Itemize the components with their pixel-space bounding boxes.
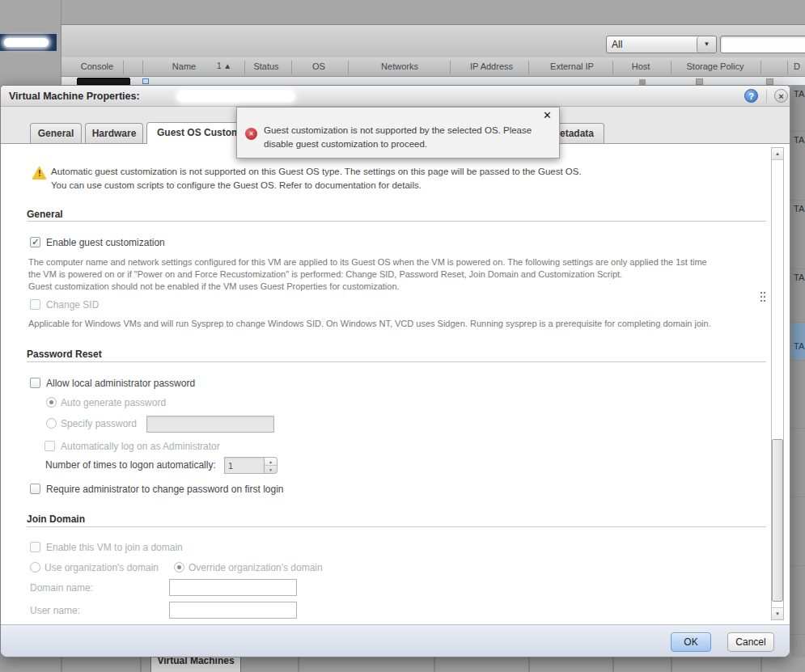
header-separator xyxy=(761,61,761,74)
help-icon[interactable]: ? xyxy=(744,89,758,103)
dialog-titlebar[interactable]: Virtual Machine Properties: ? × xyxy=(1,86,790,107)
scroll-down-icon[interactable]: ▼ xyxy=(772,607,783,619)
col-ip-address[interactable]: IP Address xyxy=(453,61,530,71)
resize-grip-icon[interactable] xyxy=(761,292,768,303)
user-name-input xyxy=(169,602,297,619)
col-name-sort-indicator[interactable]: 1 ▲ xyxy=(209,61,239,70)
selected-table-row[interactable]: TA xyxy=(791,323,805,359)
col-os[interactable]: OS xyxy=(298,61,340,71)
logon-times-label: Number of times to logon automatically: xyxy=(45,459,216,471)
storage-icon xyxy=(696,78,703,85)
header-separator xyxy=(348,61,349,74)
section-divider xyxy=(27,221,766,222)
stepper-down-icon: ▼ xyxy=(265,466,277,474)
header-separator xyxy=(787,61,788,74)
require-password-change-label: Require administrator to change password… xyxy=(46,484,283,495)
dialog-scrollbar[interactable]: ▲ ▼ xyxy=(771,147,784,620)
table-row[interactable] xyxy=(61,77,805,85)
dialog-content: Automatic guest customization is not sup… xyxy=(1,144,790,626)
col-console[interactable]: Console xyxy=(65,61,129,71)
col-storage-policy[interactable]: Storage Policy xyxy=(672,61,759,71)
domain-name-label: Domain name: xyxy=(30,582,93,594)
header-separator xyxy=(142,61,143,74)
logon-times-input xyxy=(224,457,265,474)
col-networks[interactable]: Networks xyxy=(352,61,447,71)
ok-button[interactable]: OK xyxy=(671,632,711,652)
specify-password-input xyxy=(146,416,274,433)
close-icon[interactable]: × xyxy=(774,89,788,103)
column-separator xyxy=(528,657,530,672)
header-separator xyxy=(123,61,124,74)
use-org-domain-radio xyxy=(30,562,40,573)
allow-local-admin-password-checkbox[interactable] xyxy=(30,378,40,388)
tab-underline xyxy=(61,24,805,25)
col-status[interactable]: Status xyxy=(243,61,290,71)
error-tooltip: ✕ ✕ Guest customization is not supported… xyxy=(236,107,560,158)
cancel-button[interactable]: Cancel xyxy=(727,632,774,652)
domain-name-input xyxy=(169,579,297,596)
specify-password-radio xyxy=(46,418,57,429)
auto-logon-checkbox xyxy=(44,441,55,451)
auto-logon-label: Automatically log on as Administrator xyxy=(61,441,220,452)
require-password-change-checkbox[interactable] xyxy=(30,484,40,494)
header-separator xyxy=(291,61,292,74)
column-separator xyxy=(61,657,62,672)
console-thumbnail[interactable] xyxy=(77,78,130,85)
enable-guest-customization-label: Enable guest customization xyxy=(46,237,165,248)
general-desc-line1: The computer name and network settings c… xyxy=(28,257,707,267)
row-separator xyxy=(791,200,805,201)
logon-times-stepper: ▲ ▼ xyxy=(265,457,278,474)
table-row[interactable]: TA xyxy=(794,273,804,282)
nav-selected-item[interactable] xyxy=(0,34,57,51)
scrollbar-thumb[interactable] xyxy=(772,439,783,602)
dialog-title: Virtual Machine Properties: xyxy=(9,91,140,102)
filter-dropdown[interactable]: All ▼ xyxy=(606,36,717,53)
table-row[interactable]: TA xyxy=(794,204,804,213)
column-separator xyxy=(434,657,435,672)
table-row[interactable]: TA xyxy=(794,89,804,99)
override-org-domain-radio xyxy=(174,562,184,573)
table-row[interactable]: TA xyxy=(794,135,804,145)
tab-hardware[interactable]: Hardware xyxy=(85,123,143,143)
header-separator xyxy=(450,61,451,74)
filter-dropdown-value: All xyxy=(612,39,622,50)
col-host[interactable]: Host xyxy=(615,61,667,71)
row-separator xyxy=(791,360,805,361)
change-sid-label: Change SID xyxy=(46,299,99,311)
background-table-bottom-strip xyxy=(0,657,805,672)
row-separator xyxy=(791,428,805,429)
general-desc-line2: the VM is powered on or if "Power on and… xyxy=(28,269,622,279)
tooltip-line2: disable guest customization to proceed. xyxy=(264,139,427,149)
use-org-domain-label: Use organization's domain xyxy=(44,562,159,573)
section-general: General xyxy=(27,209,63,220)
enable-guest-customization-checkbox[interactable] xyxy=(30,237,40,247)
section-join-domain: Join Domain xyxy=(27,514,85,525)
section-password-reset: Password Reset xyxy=(27,349,102,360)
filter-dropdown-caret-icon[interactable]: ▼ xyxy=(697,36,716,53)
header-separator xyxy=(244,61,245,74)
host-icon xyxy=(639,79,646,85)
auto-generate-password-radio xyxy=(46,397,57,408)
scroll-up-icon[interactable]: ▲ xyxy=(772,148,783,160)
row-separator xyxy=(791,634,805,635)
search-input[interactable] xyxy=(720,36,805,53)
tab-general[interactable]: General xyxy=(30,123,82,143)
row-separator xyxy=(791,268,805,269)
col-external-ip[interactable]: External IP xyxy=(532,61,612,71)
section-divider xyxy=(27,526,766,527)
column-separator xyxy=(761,657,762,672)
header-separator xyxy=(612,61,613,74)
vm-checkbox-icon[interactable] xyxy=(142,78,149,84)
tooltip-close-icon[interactable]: ✕ xyxy=(543,109,552,121)
header-separator xyxy=(528,61,529,74)
column-separator xyxy=(298,657,299,672)
column-separator xyxy=(671,657,672,672)
dialog-footer: OK Cancel xyxy=(1,624,790,657)
section-divider xyxy=(27,361,766,362)
warning-icon xyxy=(32,166,47,180)
tooltip-line1: Guest customization is not supported by … xyxy=(264,125,532,135)
titlebar-separator xyxy=(766,90,767,103)
table-row-label: TA xyxy=(794,341,804,351)
col-d-clipped[interactable]: D xyxy=(791,61,803,71)
warning-line2: You can use custom scripts to configure … xyxy=(51,180,422,190)
